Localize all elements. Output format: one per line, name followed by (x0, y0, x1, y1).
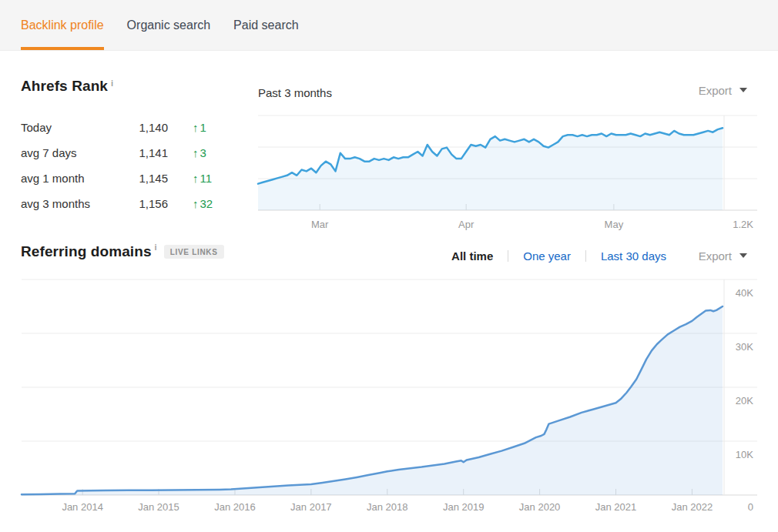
table-row: avg 7 days 1,141 ↑3 (21, 140, 252, 166)
ahrefs-rank-heading: Ahrefs Ranki (21, 78, 113, 95)
rank-delta-number: 3 (200, 146, 206, 159)
tab-paid-search[interactable]: Paid search (233, 0, 299, 50)
filter-all-time[interactable]: All time (451, 249, 493, 263)
referring-domains-heading: Referring domainsi LIVE LINKS (21, 243, 224, 260)
table-row: Today 1,140 ↑1 (21, 115, 252, 140)
up-arrow-icon: ↑ (193, 172, 199, 185)
tab-organic-search[interactable]: Organic search (127, 0, 211, 50)
x-tick-label: Jan 2021 (595, 501, 637, 513)
tab-backlink-profile[interactable]: Backlink profile (21, 0, 104, 50)
up-arrow-icon: ↑ (193, 146, 199, 159)
y-tick-label: 30K (736, 341, 753, 353)
live-links-badge: LIVE LINKS (164, 245, 224, 259)
x-tick-label: Jan 2015 (138, 501, 179, 513)
rank-row-label: Today (21, 121, 125, 134)
ahrefs-site-overview: Backlink profile Organic search Paid sea… (0, 0, 778, 532)
divider (508, 250, 508, 262)
rank-row-value: 1,141 (125, 146, 168, 159)
filter-last-30-days[interactable]: Last 30 days (601, 249, 666, 263)
up-arrow-icon: ↑ (193, 121, 199, 134)
rank-row-label: avg 3 months (21, 197, 125, 210)
x-tick-label: Jan 2017 (290, 501, 332, 513)
y-tick-label: 10K (736, 449, 753, 460)
rank-row-label: avg 1 month (21, 172, 125, 185)
filter-one-year[interactable]: One year (523, 249, 571, 263)
export-button[interactable]: Export (699, 82, 747, 98)
up-arrow-icon: ↑ (193, 197, 199, 210)
rank-chart-title: Past 3 months (258, 86, 332, 99)
rank-row-delta: ↑11 (168, 172, 252, 185)
x-tick-label: Jan 2018 (367, 501, 408, 513)
rank-row-value: 1,145 (125, 172, 168, 185)
table-row: avg 1 month 1,145 ↑11 (21, 166, 252, 191)
x-tick-label: Apr (458, 219, 475, 230)
rank-delta-number: 1 (200, 121, 206, 134)
chevron-down-icon (739, 88, 747, 92)
y-tick-label: 20K (736, 395, 753, 407)
referring-domains-history-chart: 40K30K20K10K0Jan 2014Jan 2015Jan 2016Jan… (15, 273, 778, 532)
section-tab-bar: Backlink profile Organic search Paid sea… (0, 0, 778, 51)
rank-row-delta: ↑1 (168, 121, 252, 134)
x-tick-label: May (605, 219, 624, 230)
divider (585, 250, 586, 262)
x-tick-label: Jan 2019 (443, 501, 485, 513)
rank-row-label: avg 7 days (21, 146, 125, 159)
ahrefs-rank-table: Today 1,140 ↑1 avg 7 days 1,141 ↑3 avg 1… (21, 115, 252, 216)
export-label: Export (699, 84, 732, 97)
rank-row-value: 1,156 (125, 197, 168, 210)
ahrefs-rank-title: Ahrefs Rank (21, 78, 108, 94)
info-icon[interactable]: i (155, 243, 157, 252)
rank-row-delta: ↑3 (168, 146, 252, 159)
referring-domains-title: Referring domains (21, 243, 152, 260)
info-icon[interactable]: i (111, 79, 113, 88)
y-tick-label: 40K (736, 287, 753, 299)
rank-delta-number: 11 (200, 172, 213, 185)
export-button[interactable]: Export (699, 248, 747, 263)
x-tick-label: Mar (311, 219, 329, 230)
ahrefs-rank-trend-chart: MarAprMay1.2K (253, 108, 778, 235)
y-tick-label: 0 (748, 501, 753, 513)
time-range-filters: All time One year Last 30 days (451, 248, 666, 263)
x-tick-label: Jan 2020 (519, 501, 561, 513)
chevron-down-icon (739, 253, 747, 258)
export-label: Export (699, 249, 732, 263)
x-tick-label: Jan 2014 (62, 501, 103, 513)
rank-delta-number: 32 (200, 197, 213, 210)
rank-row-delta: ↑32 (168, 197, 252, 210)
rank-row-value: 1,140 (125, 121, 168, 134)
y-tick-label: 1.2K (733, 219, 753, 230)
x-tick-label: Jan 2016 (214, 501, 256, 513)
x-tick-label: Jan 2022 (672, 501, 713, 513)
table-row: avg 3 months 1,156 ↑32 (21, 191, 252, 216)
